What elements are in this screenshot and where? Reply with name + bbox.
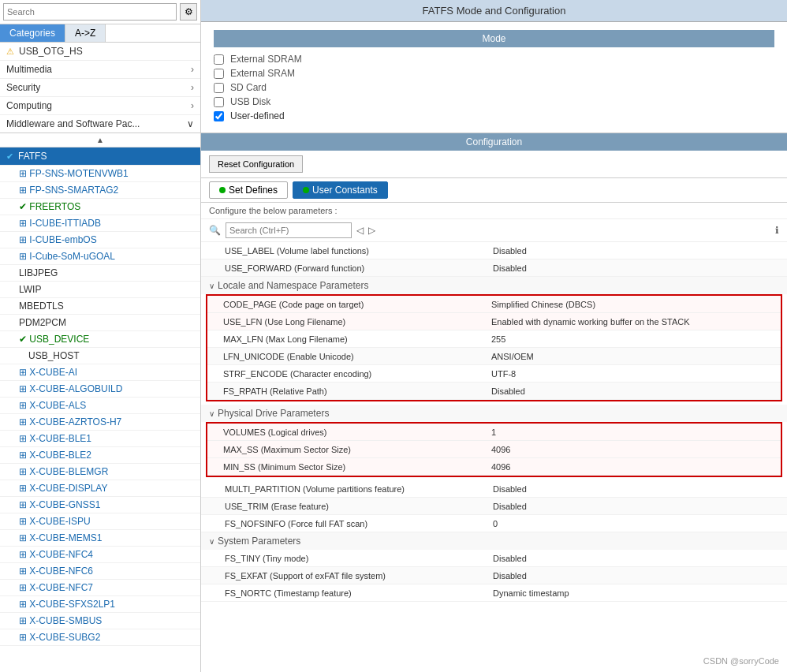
sidebar-item-x-cube-subg2[interactable]: ⊞ X-CUBE-SUBG2 <box>0 629 200 646</box>
param-name: USE_LFN (Use Long Filename) <box>223 317 491 327</box>
param-strf-encode: STRF_ENCODE (Character encoding) UTF-8 <box>207 365 781 383</box>
box-icon: ⊞ <box>19 185 29 196</box>
tab-set-defines[interactable]: Set Defines <box>209 181 288 199</box>
sidebar-item-usb-host[interactable]: USB_HOST <box>0 348 200 364</box>
param-name: FS_TINY (Tiny mode) <box>225 554 493 563</box>
sidebar-item-libjpeg[interactable]: LIBJPEG <box>0 265 200 282</box>
box-icon: ⊞ <box>19 383 29 394</box>
sidebar-item-x-cube-ble2[interactable]: ⊞ X-CUBE-BLE2 <box>0 447 200 464</box>
next-result-icon[interactable]: ▷ <box>368 225 375 236</box>
sidebar-item-x-cube-ai[interactable]: ⊞ X-CUBE-AI <box>0 364 200 381</box>
sidebar-item-x-cube-als[interactable]: ⊞ X-CUBE-ALS <box>0 398 200 414</box>
param-lfn-unicode: LFN_UNICODE (Enable Unicode) ANSI/OEM <box>207 348 781 365</box>
mode-external-sdram: External SDRAM <box>214 54 774 65</box>
middleware-section-header[interactable]: Middleware and Software Pac... ∨ <box>0 115 200 133</box>
sidebar-item-x-cube-nfc7[interactable]: ⊞ X-CUBE-NFC7 <box>0 580 200 596</box>
box-icon: ⊞ <box>19 582 29 593</box>
sidebar-item-computing[interactable]: Computing › <box>0 97 200 115</box>
sidebar-item-freertos[interactable]: ✔ FREERTOS <box>0 199 200 215</box>
param-value: Disabled <box>493 571 779 581</box>
config-search-input[interactable] <box>226 222 352 238</box>
param-use-lfn: USE_LFN (Use Long Filename) Enabled with… <box>207 313 781 330</box>
box-icon: ⊞ <box>19 450 29 461</box>
sidebar-tabs: Categories A->Z <box>0 24 200 43</box>
param-name: MAX_LFN (Max Long Filename) <box>223 334 491 344</box>
box-icon: ⊞ <box>19 499 29 510</box>
sidebar-item-mbedtls[interactable]: MBEDTLS <box>0 298 200 315</box>
sidebar-item-x-cube-algobuild[interactable]: ⊞ X-CUBE-ALGOBUILD <box>0 381 200 398</box>
reset-configuration-button[interactable]: Reset Configuration <box>209 155 303 173</box>
locale-namespace-group-header[interactable]: ∨ Locale and Namespace Parameters <box>201 277 787 294</box>
sidebar-item-x-cube-ispu[interactable]: ⊞ X-CUBE-ISPU <box>0 513 200 530</box>
sidebar-item-x-cube-nfc6[interactable]: ⊞ X-CUBE-NFC6 <box>0 563 200 580</box>
sidebar-item-i-cube-som-ugoal[interactable]: ⊞ I-Cube-SoM-uGOAL <box>0 248 200 265</box>
param-value: UTF-8 <box>491 369 773 379</box>
prev-result-icon[interactable]: ◁ <box>356 225 364 236</box>
mode-user-defined: User-defined <box>214 110 774 121</box>
sidebar-item-x-cube-nfc4[interactable]: ⊞ X-CUBE-NFC4 <box>0 547 200 563</box>
search-input[interactable] <box>3 3 177 21</box>
sidebar-item-usb-device[interactable]: ✔ USB_DEVICE <box>0 331 200 348</box>
sidebar-item-x-cube-blemgr[interactable]: ⊞ X-CUBE-BLEMGR <box>0 464 200 480</box>
param-use-forward: USE_FORWARD (Forward function) Disabled <box>201 259 787 277</box>
config-search-row: 🔍 ◁ ▷ ℹ <box>201 219 787 242</box>
sidebar-item-usb-otg[interactable]: ⚠ USB_OTG_HS <box>0 43 200 61</box>
physical-drive-group-header[interactable]: ∨ Physical Drive Parameters <box>201 405 787 422</box>
sidebar-item-x-cube-mems1[interactable]: ⊞ X-CUBE-MEMS1 <box>0 530 200 547</box>
check-icon: ✔ <box>6 151 13 162</box>
external-sdram-label: External SDRAM <box>230 54 302 65</box>
sidebar-scroll-area: ⚠ USB_OTG_HS Multimedia › Security › Com… <box>0 43 200 672</box>
tab-az[interactable]: A->Z <box>65 24 106 42</box>
group-label: Locale and Namespace Parameters <box>218 280 368 291</box>
external-sram-checkbox[interactable] <box>214 69 224 79</box>
sidebar-item-security[interactable]: Security › <box>0 79 200 97</box>
info-icon[interactable]: ℹ <box>775 225 779 236</box>
collapse-button[interactable]: ▲ <box>0 133 200 147</box>
box-icon: ⊞ <box>19 400 29 411</box>
param-value: Disabled <box>493 263 779 273</box>
user-constants-dot <box>303 187 309 193</box>
sidebar-item-lwip[interactable]: LWIP <box>0 282 200 298</box>
gear-button[interactable]: ⚙ <box>180 3 197 21</box>
sidebar-item-i-cube-ittiadb[interactable]: ⊞ I-CUBE-ITTIADB <box>0 215 200 232</box>
sidebar-item-fp-sns-smartag2[interactable]: ⊞ FP-SNS-SMARTAG2 <box>0 182 200 199</box>
tab-user-constants[interactable]: User Constants <box>293 181 388 199</box>
user-defined-checkbox[interactable] <box>214 111 224 121</box>
param-name: CODE_PAGE (Code page on target) <box>223 300 491 309</box>
sidebar-item-x-cube-ble1[interactable]: ⊞ X-CUBE-BLE1 <box>0 431 200 447</box>
param-use-trim: USE_TRIM (Erase feature) Disabled <box>201 498 787 515</box>
sidebar-search-row: ⚙ <box>0 0 200 24</box>
sidebar-item-x-cube-gnss1[interactable]: ⊞ X-CUBE-GNSS1 <box>0 497 200 513</box>
chevron-down-icon: ∨ <box>187 118 194 129</box>
sidebar-item-fp-sns-motenvwb1[interactable]: ⊞ FP-SNS-MOTENVWB1 <box>0 166 200 182</box>
param-name: FS_NOFSINFO (Force full FAT scan) <box>225 519 493 528</box>
group-label: Physical Drive Parameters <box>218 408 329 419</box>
sidebar-item-x-cube-display[interactable]: ⊞ X-CUBE-DISPLAY <box>0 480 200 497</box>
sidebar-item-x-cube-azrtos[interactable]: ⊞ X-CUBE-AZRTOS-H7 <box>0 414 200 431</box>
tab-categories[interactable]: Categories <box>0 24 65 42</box>
param-use-label: USE_LABEL (Volume label functions) Disab… <box>201 242 787 259</box>
param-value: Disabled <box>493 502 779 511</box>
param-value: Disabled <box>491 386 773 396</box>
param-name: LFN_UNICODE (Enable Unicode) <box>223 352 491 361</box>
sidebar-item-x-cube-smbus[interactable]: ⊞ X-CUBE-SMBUS <box>0 613 200 629</box>
collapse-arrow-icon: ∨ <box>209 409 214 418</box>
sidebar-item-label: Computing <box>6 100 52 111</box>
sidebar-item-fatfs[interactable]: ✔ FATFS <box>0 147 200 166</box>
sidebar-item-multimedia[interactable]: Multimedia › <box>0 61 200 79</box>
box-icon: ⊞ <box>19 532 29 543</box>
sidebar-item-x-cube-sfxs2lp1[interactable]: ⊞ X-CUBE-SFXS2LP1 <box>0 596 200 613</box>
external-sdram-checkbox[interactable] <box>214 54 224 65</box>
system-params-group-header[interactable]: ∨ System Parameters <box>201 532 787 550</box>
param-value: Enabled with dynamic working buffer on t… <box>491 317 773 327</box>
box-icon: ⊞ <box>19 483 29 494</box>
usb-disk-checkbox[interactable] <box>214 97 224 107</box>
param-value: Disabled <box>493 246 779 256</box>
sidebar-item-i-cube-embos[interactable]: ⊞ I-CUBE-embOS <box>0 232 200 248</box>
param-value: Simplified Chinese (DBCS) <box>491 300 773 309</box>
sd-card-checkbox[interactable] <box>214 83 224 93</box>
param-name: FS_RPATH (Relative Path) <box>223 386 491 396</box>
watermark: CSDN @sorryCode <box>703 656 779 666</box>
chevron-right-icon: › <box>191 100 194 111</box>
sidebar-item-pdm2pcm[interactable]: PDM2PCM <box>0 315 200 331</box>
